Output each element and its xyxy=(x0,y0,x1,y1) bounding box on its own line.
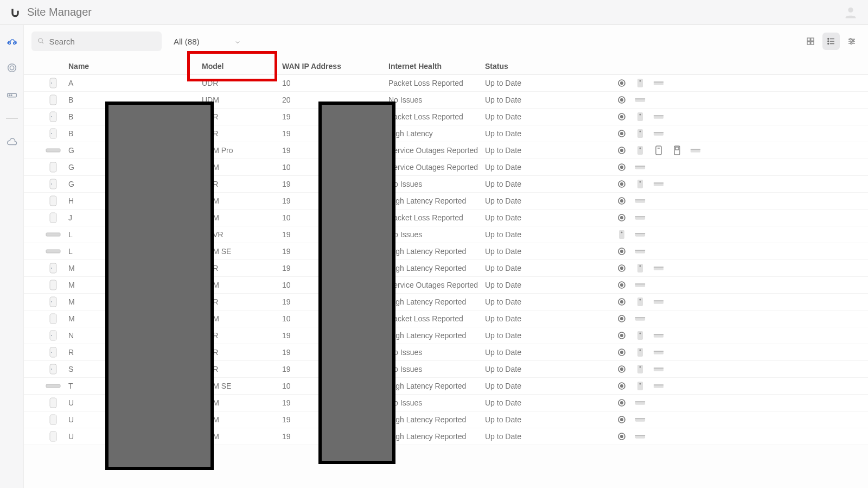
network-app-icon[interactable] xyxy=(653,297,664,306)
filter-dropdown-label: All (88) xyxy=(174,37,200,46)
network-app-icon[interactable] xyxy=(653,180,664,188)
svg-point-36 xyxy=(621,99,623,102)
protect-app-icon[interactable] xyxy=(616,197,627,205)
svg-rect-165 xyxy=(635,418,645,419)
svg-point-153 xyxy=(640,383,641,385)
network-app-icon[interactable] xyxy=(635,314,646,323)
view-settings-button[interactable] xyxy=(843,33,860,50)
nav-network-icon[interactable] xyxy=(6,62,18,74)
protect-app-icon[interactable] xyxy=(616,129,627,138)
protect-app-icon[interactable] xyxy=(616,382,627,390)
device-thumb-icon xyxy=(46,280,61,290)
col-header-wan[interactable]: WAN IP Address xyxy=(282,62,388,71)
top-header: Site Manager xyxy=(0,0,868,25)
protect-app-icon[interactable] xyxy=(616,348,627,357)
network-app-icon[interactable] xyxy=(635,213,646,222)
cell-health: Packet Loss Reported xyxy=(388,213,485,222)
protect-app-icon[interactable] xyxy=(616,398,627,407)
network-app-icon[interactable] xyxy=(653,348,664,357)
col-header-name[interactable]: Name xyxy=(68,62,202,71)
network-app-icon[interactable] xyxy=(635,432,646,441)
col-header-model[interactable]: Model xyxy=(202,62,282,71)
access-app-icon[interactable] xyxy=(635,297,646,306)
protect-app-icon[interactable] xyxy=(616,415,627,424)
view-grid-button[interactable] xyxy=(802,33,819,50)
svg-point-0 xyxy=(848,7,853,12)
protect-app-icon[interactable] xyxy=(616,180,627,188)
svg-point-4 xyxy=(8,64,16,72)
svg-rect-145 xyxy=(637,365,643,373)
network-app-icon[interactable] xyxy=(635,163,646,172)
phone-app-icon[interactable] xyxy=(672,146,682,155)
protect-app-icon[interactable] xyxy=(616,79,627,87)
access-app-icon[interactable] xyxy=(635,129,646,138)
access-app-icon[interactable] xyxy=(635,180,646,188)
network-app-icon[interactable] xyxy=(635,197,646,205)
svg-rect-99 xyxy=(50,263,56,273)
network-app-icon[interactable] xyxy=(653,79,664,87)
access-app-icon[interactable] xyxy=(635,264,646,272)
protect-app-icon[interactable] xyxy=(616,432,627,441)
search-input-wrap[interactable] xyxy=(31,31,162,51)
svg-rect-120 xyxy=(50,314,56,324)
access-app-icon[interactable] xyxy=(635,382,646,390)
network-app-icon[interactable] xyxy=(653,382,664,390)
nav-sites-icon[interactable] xyxy=(6,35,18,47)
protect-app-icon[interactable] xyxy=(616,281,627,289)
network-app-icon[interactable] xyxy=(653,264,664,272)
user-avatar-icon[interactable] xyxy=(843,5,858,20)
svg-rect-83 xyxy=(635,199,645,200)
protect-app-icon[interactable] xyxy=(616,297,627,306)
cell-status: Up to Date xyxy=(485,146,615,155)
device-thumb-icon xyxy=(46,431,61,442)
protect-app-icon[interactable] xyxy=(616,163,627,172)
access-app-icon[interactable] xyxy=(616,230,627,239)
network-app-icon[interactable] xyxy=(690,146,701,155)
view-list-button[interactable] xyxy=(822,33,840,50)
svg-rect-112 xyxy=(50,297,56,307)
protect-app-icon[interactable] xyxy=(616,112,627,121)
protect-app-icon[interactable] xyxy=(616,96,627,104)
access-app-icon[interactable] xyxy=(635,146,646,155)
access-app-icon[interactable] xyxy=(635,365,646,373)
protect-app-icon[interactable] xyxy=(616,264,627,272)
protect-app-icon[interactable] xyxy=(616,247,627,256)
svg-rect-132 xyxy=(654,334,663,335)
cell-status: Up to Date xyxy=(485,331,615,340)
talk-app-icon[interactable] xyxy=(653,146,664,155)
network-app-icon[interactable] xyxy=(653,112,664,121)
filter-dropdown[interactable]: All (88) xyxy=(165,31,246,51)
protect-app-icon[interactable] xyxy=(616,146,627,155)
network-app-icon[interactable] xyxy=(653,129,664,138)
protect-app-icon[interactable] xyxy=(616,365,627,373)
network-app-icon[interactable] xyxy=(635,398,646,407)
protect-app-icon[interactable] xyxy=(616,331,627,340)
svg-rect-140 xyxy=(654,351,663,352)
access-app-icon[interactable] xyxy=(635,331,646,340)
protect-app-icon[interactable] xyxy=(616,314,627,323)
protect-app-icon[interactable] xyxy=(616,213,627,222)
col-header-status[interactable]: Status xyxy=(485,62,615,71)
svg-point-18 xyxy=(828,43,829,45)
nav-cloud-icon[interactable] xyxy=(6,136,18,148)
access-app-icon[interactable] xyxy=(635,348,646,357)
network-app-icon[interactable] xyxy=(635,281,646,289)
network-app-icon[interactable] xyxy=(653,331,664,340)
network-app-icon[interactable] xyxy=(635,415,646,424)
nav-devices-icon[interactable] xyxy=(6,89,18,101)
network-app-icon[interactable] xyxy=(635,96,646,104)
col-header-health[interactable]: Internet Health xyxy=(388,62,485,71)
search-input[interactable] xyxy=(49,37,156,46)
svg-rect-103 xyxy=(637,264,643,272)
network-app-icon[interactable] xyxy=(635,230,646,239)
cell-health: High Latency Reported xyxy=(388,197,485,205)
network-app-icon[interactable] xyxy=(653,365,664,373)
table-row[interactable]: A UDR 10 Packet Loss Reported Up to Date xyxy=(24,75,868,92)
svg-rect-90 xyxy=(619,230,624,239)
access-app-icon[interactable] xyxy=(635,112,646,121)
cell-model: UDM SE xyxy=(202,247,282,256)
access-app-icon[interactable] xyxy=(635,79,646,87)
cell-apps xyxy=(615,180,860,188)
device-thumb-icon xyxy=(46,229,61,240)
network-app-icon[interactable] xyxy=(635,247,646,256)
